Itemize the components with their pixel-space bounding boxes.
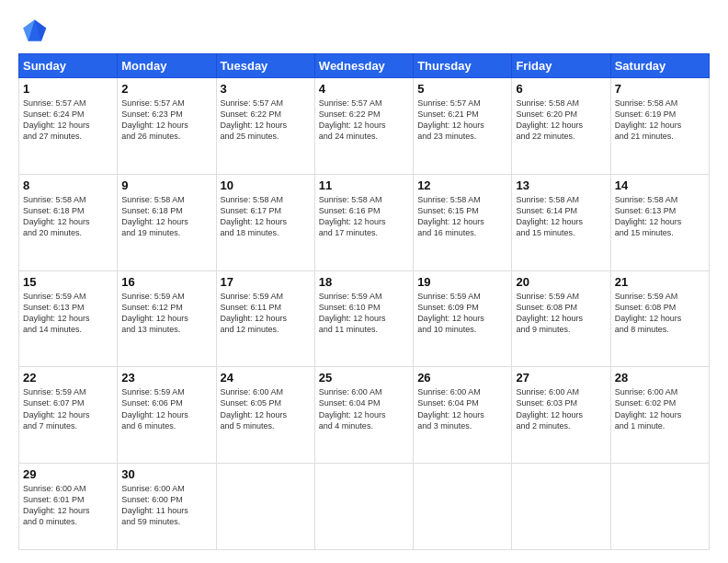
- day-info: Sunrise: 6:00 AM Sunset: 6:02 PM Dayligh…: [615, 386, 705, 431]
- day-number: 15: [23, 275, 113, 289]
- page: SundayMondayTuesdayWednesdayThursdayFrid…: [0, 0, 728, 563]
- day-number: 10: [221, 178, 311, 192]
- day-number: 1: [23, 82, 113, 96]
- calendar-cell: 7Sunrise: 5:58 AM Sunset: 6:19 PM Daylig…: [610, 78, 709, 175]
- weekday-header-row: SundayMondayTuesdayWednesdayThursdayFrid…: [19, 54, 710, 78]
- day-number: 11: [319, 178, 409, 192]
- calendar-cell: 24Sunrise: 6:00 AM Sunset: 6:05 PM Dayli…: [216, 367, 314, 464]
- day-number: 12: [417, 178, 507, 192]
- day-number: 3: [221, 82, 311, 96]
- calendar-cell: 26Sunrise: 6:00 AM Sunset: 6:04 PM Dayli…: [414, 367, 512, 464]
- calendar-cell: 16Sunrise: 5:59 AM Sunset: 6:12 PM Dayli…: [118, 270, 216, 367]
- day-number: 20: [516, 275, 606, 289]
- day-number: 29: [23, 467, 113, 481]
- day-info: Sunrise: 5:59 AM Sunset: 6:08 PM Dayligh…: [516, 291, 606, 336]
- day-info: Sunrise: 6:00 AM Sunset: 6:04 PM Dayligh…: [319, 386, 409, 431]
- calendar-week-2: 8Sunrise: 5:58 AM Sunset: 6:18 PM Daylig…: [19, 174, 710, 270]
- calendar-cell: 2Sunrise: 5:57 AM Sunset: 6:23 PM Daylig…: [118, 78, 216, 175]
- day-number: 16: [121, 275, 211, 289]
- weekday-header-saturday: Saturday: [610, 54, 709, 78]
- weekday-header-thursday: Thursday: [414, 54, 512, 78]
- day-number: 9: [121, 178, 211, 192]
- day-number: 18: [319, 275, 409, 289]
- day-info: Sunrise: 5:59 AM Sunset: 6:08 PM Dayligh…: [615, 291, 705, 336]
- day-info: Sunrise: 5:58 AM Sunset: 6:20 PM Dayligh…: [516, 98, 606, 143]
- calendar-cell: 25Sunrise: 6:00 AM Sunset: 6:04 PM Dayli…: [314, 367, 413, 464]
- weekday-header-friday: Friday: [512, 54, 610, 78]
- day-info: Sunrise: 5:58 AM Sunset: 6:15 PM Dayligh…: [417, 194, 507, 239]
- day-info: Sunrise: 5:57 AM Sunset: 6:23 PM Dayligh…: [121, 98, 211, 143]
- day-info: Sunrise: 5:59 AM Sunset: 6:09 PM Dayligh…: [417, 291, 507, 336]
- day-number: 25: [319, 371, 409, 385]
- calendar-cell: [610, 464, 709, 550]
- day-info: Sunrise: 5:58 AM Sunset: 6:19 PM Dayligh…: [615, 98, 705, 143]
- day-number: 6: [516, 82, 606, 96]
- calendar-cell: 30Sunrise: 6:00 AM Sunset: 6:00 PM Dayli…: [118, 464, 216, 550]
- day-number: 2: [121, 82, 211, 96]
- weekday-header-wednesday: Wednesday: [314, 54, 413, 78]
- calendar-week-4: 22Sunrise: 5:59 AM Sunset: 6:07 PM Dayli…: [19, 367, 710, 464]
- weekday-header-tuesday: Tuesday: [216, 54, 314, 78]
- day-info: Sunrise: 5:58 AM Sunset: 6:14 PM Dayligh…: [516, 194, 606, 239]
- day-info: Sunrise: 5:58 AM Sunset: 6:13 PM Dayligh…: [615, 194, 705, 239]
- day-info: Sunrise: 5:57 AM Sunset: 6:22 PM Dayligh…: [319, 98, 409, 143]
- day-info: Sunrise: 5:58 AM Sunset: 6:18 PM Dayligh…: [121, 194, 211, 239]
- day-number: 17: [221, 275, 311, 289]
- day-number: 14: [615, 178, 705, 192]
- calendar-cell: 3Sunrise: 5:57 AM Sunset: 6:22 PM Daylig…: [216, 78, 314, 175]
- day-number: 23: [121, 371, 211, 385]
- day-info: Sunrise: 5:58 AM Sunset: 6:16 PM Dayligh…: [319, 194, 409, 239]
- calendar-cell: 20Sunrise: 5:59 AM Sunset: 6:08 PM Dayli…: [512, 270, 610, 367]
- calendar-cell: 12Sunrise: 5:58 AM Sunset: 6:15 PM Dayli…: [414, 174, 512, 270]
- day-info: Sunrise: 5:58 AM Sunset: 6:17 PM Dayligh…: [221, 194, 311, 239]
- day-info: Sunrise: 6:00 AM Sunset: 6:01 PM Dayligh…: [23, 483, 113, 528]
- calendar-cell: [216, 464, 314, 550]
- calendar-cell: 8Sunrise: 5:58 AM Sunset: 6:18 PM Daylig…: [19, 174, 118, 270]
- calendar-cell: 21Sunrise: 5:59 AM Sunset: 6:08 PM Dayli…: [610, 270, 709, 367]
- day-number: 13: [516, 178, 606, 192]
- calendar-week-5: 29Sunrise: 6:00 AM Sunset: 6:01 PM Dayli…: [19, 464, 710, 550]
- calendar-week-1: 1Sunrise: 5:57 AM Sunset: 6:24 PM Daylig…: [19, 78, 710, 175]
- weekday-header-monday: Monday: [118, 54, 216, 78]
- calendar-cell: [512, 464, 610, 550]
- day-number: 27: [516, 371, 606, 385]
- day-info: Sunrise: 5:59 AM Sunset: 6:13 PM Dayligh…: [23, 291, 113, 336]
- day-info: Sunrise: 5:58 AM Sunset: 6:18 PM Dayligh…: [23, 194, 113, 239]
- day-number: 19: [417, 275, 507, 289]
- day-info: Sunrise: 5:59 AM Sunset: 6:12 PM Dayligh…: [121, 291, 211, 336]
- calendar-cell: 14Sunrise: 5:58 AM Sunset: 6:13 PM Dayli…: [610, 174, 709, 270]
- day-number: 30: [121, 467, 211, 481]
- day-number: 28: [615, 371, 705, 385]
- calendar-cell: 10Sunrise: 5:58 AM Sunset: 6:17 PM Dayli…: [216, 174, 314, 270]
- day-info: Sunrise: 5:59 AM Sunset: 6:06 PM Dayligh…: [121, 386, 211, 431]
- day-number: 24: [221, 371, 311, 385]
- day-number: 5: [417, 82, 507, 96]
- day-info: Sunrise: 5:57 AM Sunset: 6:22 PM Dayligh…: [221, 98, 311, 143]
- calendar-cell: 11Sunrise: 5:58 AM Sunset: 6:16 PM Dayli…: [314, 174, 413, 270]
- day-number: 22: [23, 371, 113, 385]
- calendar-cell: 23Sunrise: 5:59 AM Sunset: 6:06 PM Dayli…: [118, 367, 216, 464]
- day-info: Sunrise: 5:59 AM Sunset: 6:11 PM Dayligh…: [221, 291, 311, 336]
- day-number: 26: [417, 371, 507, 385]
- day-info: Sunrise: 5:57 AM Sunset: 6:21 PM Dayligh…: [417, 98, 507, 143]
- calendar-cell: 18Sunrise: 5:59 AM Sunset: 6:10 PM Dayli…: [314, 270, 413, 367]
- day-info: Sunrise: 5:59 AM Sunset: 6:10 PM Dayligh…: [319, 291, 409, 336]
- day-number: 8: [23, 178, 113, 192]
- calendar-cell: 1Sunrise: 5:57 AM Sunset: 6:24 PM Daylig…: [19, 78, 118, 175]
- header: [18, 17, 710, 46]
- day-info: Sunrise: 6:00 AM Sunset: 6:03 PM Dayligh…: [516, 386, 606, 431]
- calendar-table: SundayMondayTuesdayWednesdayThursdayFrid…: [18, 53, 710, 550]
- calendar-cell: 13Sunrise: 5:58 AM Sunset: 6:14 PM Dayli…: [512, 174, 610, 270]
- calendar-cell: 5Sunrise: 5:57 AM Sunset: 6:21 PM Daylig…: [414, 78, 512, 175]
- day-info: Sunrise: 5:59 AM Sunset: 6:07 PM Dayligh…: [23, 386, 113, 431]
- day-info: Sunrise: 6:00 AM Sunset: 6:04 PM Dayligh…: [417, 386, 507, 431]
- day-info: Sunrise: 6:00 AM Sunset: 6:00 PM Dayligh…: [121, 483, 211, 528]
- calendar-cell: 6Sunrise: 5:58 AM Sunset: 6:20 PM Daylig…: [512, 78, 610, 175]
- logo-icon: [18, 17, 48, 46]
- logo: [18, 17, 53, 46]
- day-number: 21: [615, 275, 705, 289]
- calendar-cell: 29Sunrise: 6:00 AM Sunset: 6:01 PM Dayli…: [19, 464, 118, 550]
- calendar-cell: 27Sunrise: 6:00 AM Sunset: 6:03 PM Dayli…: [512, 367, 610, 464]
- day-info: Sunrise: 5:57 AM Sunset: 6:24 PM Dayligh…: [23, 98, 113, 143]
- calendar-cell: 17Sunrise: 5:59 AM Sunset: 6:11 PM Dayli…: [216, 270, 314, 367]
